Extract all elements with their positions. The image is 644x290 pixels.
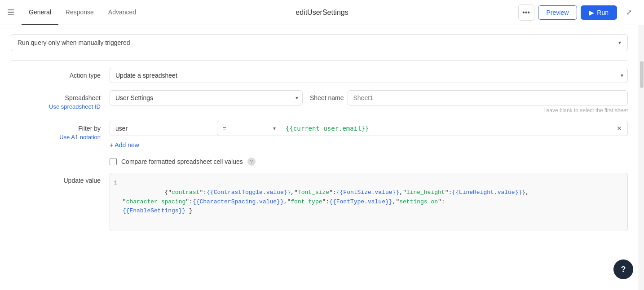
code-key-char-spacing: character_spacing	[126, 198, 186, 205]
sidebar-toggle-icon[interactable]: ☰	[7, 8, 14, 18]
tab-response[interactable]: Response	[58, 0, 101, 25]
line-numbers: 1	[114, 179, 123, 225]
filter-operator-select[interactable]: =	[217, 121, 280, 136]
sheet-name-label: Sheet name	[310, 94, 344, 101]
sheet-name-group: Sheet name Leave blank to select the fir…	[310, 90, 628, 114]
run-play-icon: ▶	[589, 9, 594, 16]
code-punct-7: },	[522, 189, 529, 196]
filter-operator-wrapper: =	[217, 121, 280, 136]
trigger-label: Run query only when manually triggered	[18, 39, 618, 46]
compare-checkbox[interactable]	[110, 158, 117, 165]
code-content[interactable]: {"contrast":{{ContrastToggle.value}},"fo…	[123, 179, 624, 225]
code-template-4: {{CharacterSpacing.value}}	[193, 198, 284, 205]
code-punct-11: ":	[322, 198, 330, 205]
sheet-name-input[interactable]	[348, 90, 628, 105]
main-panel: Run query only when manually triggered ▾…	[0, 25, 639, 290]
add-filter-button[interactable]: + Add new	[110, 140, 139, 150]
code-key-contrast: contrast	[172, 189, 199, 196]
code-punct-3: ,"	[291, 189, 298, 196]
filter-condition-row: = ✕	[110, 121, 628, 136]
use-a1-notation-link[interactable]: Use A1 notation	[11, 133, 101, 141]
code-punct-4: ":	[329, 189, 336, 196]
code-key-font-type: font_type	[291, 198, 322, 205]
spreadsheet-select[interactable]: User Settings	[110, 90, 303, 105]
page-title: editUserSettings	[296, 9, 348, 17]
code-key-settings-on: settings_on	[399, 198, 438, 205]
expand-button[interactable]: ⤢	[621, 4, 637, 21]
help-button[interactable]: ?	[613, 259, 633, 279]
filter-by-row: Filter by Use A1 notation = ✕	[11, 121, 628, 150]
code-punct-12: ,"	[393, 198, 400, 205]
header-actions: ••• Preview ▶ Run ⤢	[518, 4, 637, 21]
tab-general[interactable]: General	[22, 0, 58, 25]
filter-by-label: Filter by Use A1 notation	[11, 121, 110, 141]
action-type-select[interactable]: Update a spreadsheet	[110, 68, 628, 83]
header-tabs: ☰ General Response Advanced	[7, 0, 143, 24]
action-type-row: Action type Update a spreadsheet	[11, 68, 628, 83]
code-punct-13: ":	[438, 198, 445, 205]
action-type-select-wrapper: Update a spreadsheet	[110, 68, 628, 83]
divider-1	[11, 60, 628, 61]
spreadsheet-label: Spreadsheet Use spreadsheet ID	[11, 90, 110, 111]
code-punct-2: ":	[199, 189, 207, 196]
code-template-2: {{FontSize.value}}	[336, 189, 399, 196]
tab-advanced[interactable]: Advanced	[101, 0, 143, 25]
scrollbar[interactable]	[639, 25, 644, 290]
scrollbar-thumb[interactable]	[640, 61, 644, 88]
code-template-1: {{ContrastToggle.value}}	[207, 189, 291, 196]
filter-value-input[interactable]	[280, 121, 611, 136]
spreadsheet-row: Spreadsheet Use spreadsheet ID User Sett…	[11, 90, 628, 114]
code-punct-10: ,"	[284, 198, 291, 205]
code-template-5: {{FontType.value}}	[329, 198, 392, 205]
filter-remove-button[interactable]: ✕	[611, 121, 628, 136]
filter-by-control: = ✕ + Add new	[110, 121, 628, 150]
run-button[interactable]: ▶ Run	[581, 5, 617, 20]
action-type-label: Action type	[11, 68, 110, 80]
sheet-name-label-row: Sheet name	[310, 90, 628, 105]
code-punct-1: {"	[164, 189, 172, 196]
code-punct-6: ":	[445, 189, 452, 196]
trigger-selector[interactable]: Run query only when manually triggered ▾	[11, 34, 628, 51]
sheet-name-hint: Leave blank to select the first sheet	[310, 107, 628, 114]
compare-checkbox-label: Compare formatted spreadsheet cell value…	[121, 158, 243, 165]
compare-checkbox-row: Compare formatted spreadsheet cell value…	[11, 158, 628, 166]
code-punct-14: }	[185, 207, 193, 214]
compare-help-icon[interactable]: ?	[247, 158, 256, 166]
close-icon: ✕	[617, 125, 622, 132]
content-area: Run query only when manually triggered ▾…	[0, 25, 644, 290]
update-value-label: Update value	[11, 173, 110, 185]
code-punct-5: ,"	[399, 189, 406, 196]
update-value-control: 1 {"contrast":{{ContrastToggle.value}},"…	[110, 173, 628, 231]
spreadsheet-dropdown-wrapper: User Settings	[110, 90, 303, 105]
expand-icon: ⤢	[626, 8, 632, 17]
filter-field-input[interactable]	[110, 121, 217, 136]
spreadsheet-control: User Settings Sheet name Leave blank to …	[110, 90, 628, 114]
trigger-chevron-icon: ▾	[618, 40, 621, 46]
code-punct-9: ":	[185, 198, 193, 205]
spreadsheet-select-wrapper: User Settings	[110, 90, 303, 105]
header: ☰ General Response Advanced editUserSett…	[0, 0, 644, 25]
code-punct-8: "	[123, 198, 126, 205]
code-template-3: {{LineHeight.value}}	[452, 189, 522, 196]
code-key-line-height: line_height	[406, 189, 445, 196]
use-spreadsheet-id-link[interactable]: Use spreadsheet ID	[11, 103, 101, 111]
code-template-6: {{EnableSettings}}	[123, 207, 185, 214]
code-key-font-size: font_size	[298, 189, 329, 196]
more-icon: •••	[522, 9, 530, 17]
more-options-button[interactable]: •••	[518, 4, 534, 21]
action-type-control: Update a spreadsheet	[110, 68, 628, 83]
update-value-row: Update value 1 {"contrast":{{ContrastTog…	[11, 173, 628, 231]
preview-button[interactable]: Preview	[538, 5, 578, 20]
code-editor[interactable]: 1 {"contrast":{{ContrastToggle.value}},"…	[110, 173, 628, 231]
